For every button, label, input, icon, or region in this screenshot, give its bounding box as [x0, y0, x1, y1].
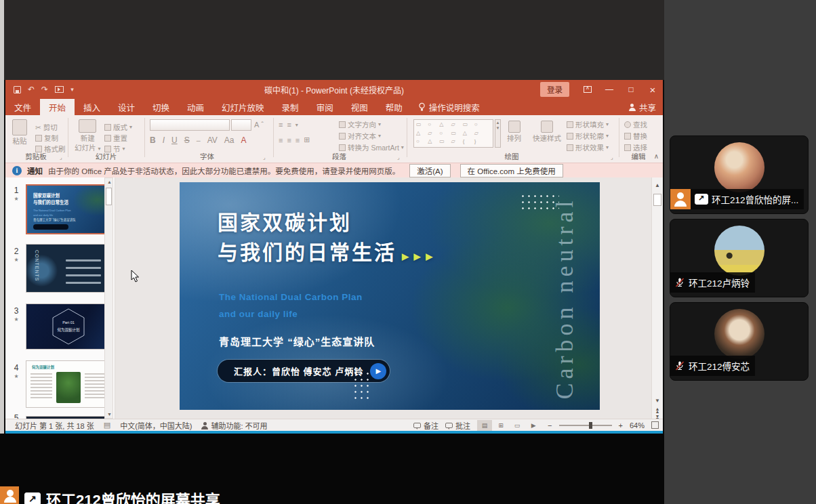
thumb-scroll-up-icon[interactable]: ▲ — [107, 180, 112, 184]
slide-editor[interactable]: 国家双碳计划 与我们的日常生活▶ ▶ ▶ The National Dual C… — [180, 182, 600, 410]
clipboard-dialog-launcher[interactable]: ⌟ — [60, 154, 62, 161]
comments-button[interactable]: 批注 — [445, 420, 470, 431]
shape-fill-button[interactable]: 形状填充▾ — [567, 119, 609, 129]
spellcheck-icon[interactable]: ▤ — [104, 421, 110, 429]
tab-transitions[interactable]: 切换 — [144, 99, 178, 115]
slide-scrollbar[interactable]: ▲ ▼ ▲▲ ▼▼ — [651, 177, 663, 419]
undo-icon[interactable]: ↶ — [28, 85, 35, 94]
participant-tile-3[interactable]: 环工212傅安芯 — [670, 302, 809, 381]
slide-counter[interactable]: 幻灯片 第 1 张, 共 18 张 — [15, 420, 94, 431]
start-slideshow-icon[interactable] — [55, 86, 64, 93]
align-text-button[interactable]: 对齐文本▾ — [339, 131, 381, 141]
drawing-dialog-launcher[interactable]: ⌟ — [611, 154, 613, 161]
maximize-button[interactable]: □ — [621, 80, 641, 99]
login-button[interactable]: 登录 — [540, 82, 569, 97]
share-button[interactable]: 共享 — [629, 99, 656, 115]
notes-button[interactable]: 备注 — [413, 420, 438, 431]
office-web-button[interactable]: 在 Office.com 上免费使用 — [460, 164, 563, 177]
screen-share-icon — [695, 194, 708, 205]
tab-view[interactable]: 视图 — [342, 99, 377, 115]
tab-animations[interactable]: 动画 — [178, 99, 213, 115]
tab-home[interactable]: 开始 — [40, 99, 75, 115]
save-icon[interactable] — [14, 86, 21, 93]
quick-styles-button[interactable]: 快速样式 — [533, 121, 561, 142]
zoom-in-button[interactable]: + — [619, 421, 623, 429]
collapse-ribbon-icon[interactable]: ∧ — [654, 152, 659, 160]
tab-help[interactable]: 帮助 — [377, 99, 411, 115]
zoom-level[interactable]: 64% — [630, 421, 645, 429]
char-spacing-button[interactable]: AV — [207, 135, 218, 145]
paragraph-dialog-launcher[interactable]: ⌟ — [397, 154, 400, 161]
font-name-combo[interactable] — [150, 119, 230, 131]
ribbon-display-options-icon[interactable] — [577, 80, 598, 99]
paragraph-group-label: 段落 — [273, 151, 405, 161]
tab-file[interactable]: 文件 — [5, 99, 40, 115]
thumb-number-4: 4★ — [11, 363, 22, 379]
align-buttons[interactable]: ≡≡≡⊞ — [279, 135, 312, 144]
slide-sorter-view-button[interactable]: ⊞ — [493, 420, 508, 431]
reset-button[interactable]: 重置 — [104, 133, 127, 143]
participant-tile-sharing[interactable]: 环工212曾欣怡的屏... — [670, 135, 809, 214]
change-case-button[interactable]: Aa — [224, 135, 234, 145]
font-size-combo[interactable] — [231, 119, 251, 131]
slide-thumbnail-2[interactable]: CONTENTS — [26, 244, 111, 293]
font-color-button[interactable]: A — [241, 135, 247, 145]
tab-review[interactable]: 审阅 — [308, 99, 342, 115]
close-button[interactable]: × — [642, 80, 663, 99]
reading-view-button[interactable]: ▭ — [510, 420, 525, 431]
shape-gallery-scrollbar[interactable]: ▲▼ — [495, 119, 501, 148]
tell-me-search[interactable]: 操作说明搜索 — [411, 99, 487, 115]
mouse-cursor — [130, 270, 141, 283]
accessibility-status[interactable]: 辅助功能: 不可用 — [201, 420, 267, 431]
shape-gallery[interactable]: ▭○△▱▭○ △▱○▭△▱ ○△▭▱{} — [413, 119, 493, 148]
slide-title[interactable]: 国家双碳计划 与我们的日常生活▶ ▶ ▶ — [218, 208, 434, 267]
italic-button[interactable]: I — [163, 135, 165, 145]
slide-thumbnail-4[interactable]: 何为双碳计划 — [26, 360, 111, 408]
layout-button[interactable]: 版式▾ — [104, 122, 132, 132]
paste-button[interactable]: 粘贴 — [12, 119, 27, 145]
tab-record[interactable]: 录制 — [273, 99, 308, 115]
grow-font-button[interactable]: Aˆ — [254, 121, 264, 129]
thumb-scroll-thumb[interactable] — [106, 188, 112, 205]
normal-view-button[interactable]: ▤ — [477, 420, 492, 431]
slide-canvas[interactable]: 国家双碳计划 与我们的日常生活▶ ▶ ▶ The National Dual C… — [125, 177, 649, 419]
zoom-slider-thumb[interactable] — [589, 422, 592, 429]
redo-icon[interactable]: ↷ — [41, 85, 48, 94]
underline-button[interactable]: U — [171, 135, 178, 145]
arrange-button[interactable]: 排列 — [507, 121, 521, 142]
tab-design[interactable]: 设计 — [109, 99, 144, 115]
list-buttons[interactable]: ≡≡▾ — [279, 121, 300, 129]
bold-button[interactable]: B — [150, 135, 156, 145]
tab-slideshow[interactable]: 幻灯片放映 — [213, 99, 273, 115]
slideshow-view-button[interactable]: ▶ — [526, 420, 541, 431]
minimize-button[interactable]: — — [599, 80, 619, 99]
carbon-neutral-watermark: Carbon neutral — [550, 183, 579, 410]
fit-to-window-icon[interactable] — [651, 421, 659, 429]
language-indicator[interactable]: 中文(简体，中国大陆) — [120, 420, 192, 431]
participant-tile-2[interactable]: 环工212卢炳铃 — [670, 219, 809, 297]
activate-button[interactable]: 激活(A) — [409, 164, 450, 177]
slide-thumbnail-1[interactable]: 国家双碳计划与我们的日常生活 The National Dual Carbon … — [26, 184, 111, 234]
new-slide-button[interactable]: 新建 幻灯片 ▾ — [75, 119, 100, 152]
thumb-scroll-down-icon[interactable]: ▼ — [107, 412, 112, 417]
strikethrough-button[interactable]: S — [184, 135, 190, 145]
slide-organization[interactable]: 青岛理工大学 “绿心”生态宣讲队 — [219, 334, 375, 348]
thumbnail-scrollbar[interactable]: ▲ ▼ — [104, 177, 113, 419]
zoom-out-button[interactable]: − — [548, 421, 552, 429]
scroll-thumb[interactable] — [653, 194, 661, 206]
slide-thumbnail-3[interactable]: Part 01何为双碳计划 — [26, 303, 111, 350]
shape-outline-button[interactable]: 形状轮廓▾ — [567, 131, 609, 141]
slide-subtitle-en[interactable]: The National Dual Carbon Planand our dai… — [219, 289, 363, 323]
cut-button[interactable]: ✂剪切 — [35, 122, 58, 132]
tab-insert[interactable]: 插入 — [75, 99, 109, 115]
replace-button[interactable]: 替换 — [624, 131, 647, 141]
text-shadow-button[interactable]: ⎯ — [197, 135, 201, 145]
copy-button[interactable]: 复制 — [35, 133, 58, 143]
text-direction-button[interactable]: 文字方向▾ — [339, 119, 381, 129]
scroll-down-icon[interactable]: ▼ — [653, 396, 662, 405]
find-button[interactable]: 查找 — [624, 119, 647, 129]
zoom-slider[interactable] — [559, 425, 612, 426]
qat-customize-icon[interactable]: ▾ — [70, 86, 74, 93]
font-dialog-launcher[interactable]: ⌟ — [263, 154, 266, 161]
scroll-up-icon[interactable]: ▲ — [653, 180, 662, 190]
